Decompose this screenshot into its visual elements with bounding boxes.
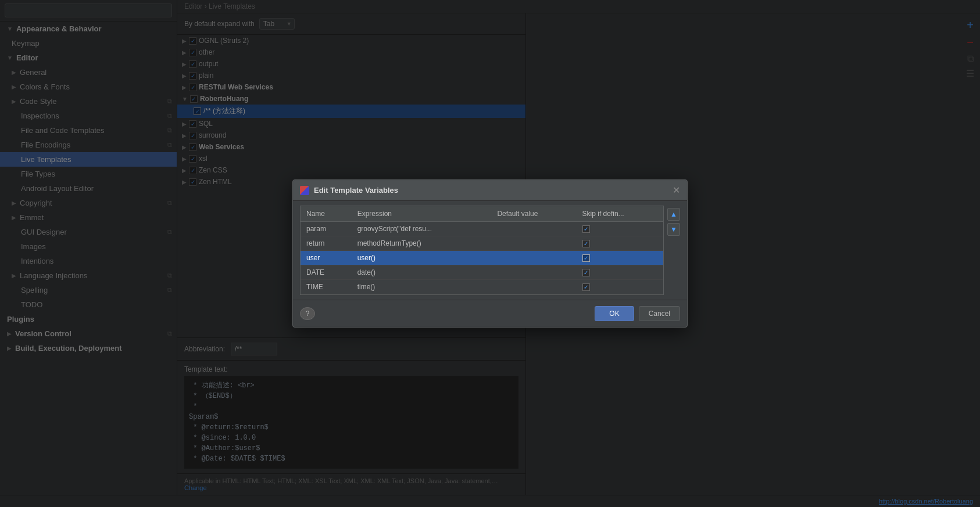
col-skip: Skip if defin... <box>577 206 663 222</box>
row-default <box>491 251 576 265</box>
table-row[interactable]: return methodReturnType() ✓ <box>301 236 663 251</box>
row-expression: methodReturnType() <box>352 236 492 251</box>
skip-checkbox[interactable]: ✓ <box>582 225 590 233</box>
table-row[interactable]: TIME time() ✓ <box>301 280 663 294</box>
row-name: TIME <box>301 280 352 294</box>
row-skip: ✓ <box>577 236 663 251</box>
cancel-button[interactable]: Cancel <box>639 306 680 321</box>
table-row[interactable]: param groovyScript("def resu... ✓ <box>301 222 663 236</box>
row-skip: ✓ <box>577 251 663 265</box>
row-expression: groovyScript("def resu... <box>352 222 492 236</box>
row-skip: ✓ <box>577 280 663 294</box>
row-name: DATE <box>301 265 352 280</box>
modal-title-text: Edit Template Variables <box>314 186 398 195</box>
scroll-down-button[interactable]: ▼ <box>667 223 680 236</box>
scroll-up-button[interactable]: ▲ <box>667 208 680 221</box>
modal-footer: ? OK Cancel <box>293 300 687 327</box>
skip-checkbox[interactable]: ✓ <box>582 240 590 247</box>
modal-overlay: Edit Template Variables ✕ Name Expressio… <box>0 0 980 507</box>
skip-checkbox[interactable]: ✓ <box>582 254 590 262</box>
row-expression: user() <box>352 251 492 265</box>
modal-close-button[interactable]: ✕ <box>673 185 680 196</box>
help-button[interactable]: ? <box>300 307 315 320</box>
row-name: return <box>301 236 352 251</box>
row-expression: time() <box>352 280 492 294</box>
modal-table-wrap: Name Expression Default value Skip if de… <box>293 201 687 300</box>
modal-table-container: Name Expression Default value Skip if de… <box>300 206 664 295</box>
row-skip: ✓ <box>577 222 663 236</box>
modal-dialog: Edit Template Variables ✕ Name Expressio… <box>292 179 688 328</box>
modal-title-icon <box>300 186 309 195</box>
row-expression: date() <box>352 265 492 280</box>
table-row-selected[interactable]: user user() ✓ <box>301 251 663 265</box>
skip-checkbox[interactable]: ✓ <box>582 269 590 276</box>
ok-button[interactable]: OK <box>595 306 634 321</box>
modal-button-group: OK Cancel <box>595 306 680 321</box>
col-expression: Expression <box>352 206 492 222</box>
row-name: user <box>301 251 352 265</box>
row-default <box>491 265 576 280</box>
row-skip: ✓ <box>577 265 663 280</box>
col-name: Name <box>301 206 352 222</box>
modal-table-row-wrap: Name Expression Default value Skip if de… <box>300 206 680 295</box>
row-default <box>491 280 576 294</box>
col-default-value: Default value <box>491 206 576 222</box>
modal-title: Edit Template Variables <box>300 186 398 195</box>
row-default <box>491 222 576 236</box>
skip-checkbox[interactable]: ✓ <box>582 283 590 291</box>
modal-table: Name Expression Default value Skip if de… <box>301 206 663 294</box>
row-name: param <box>301 222 352 236</box>
modal-title-bar: Edit Template Variables ✕ <box>293 180 687 201</box>
table-row[interactable]: DATE date() ✓ <box>301 265 663 280</box>
row-default <box>491 236 576 251</box>
modal-scroll-buttons: ▲ ▼ <box>667 206 680 238</box>
